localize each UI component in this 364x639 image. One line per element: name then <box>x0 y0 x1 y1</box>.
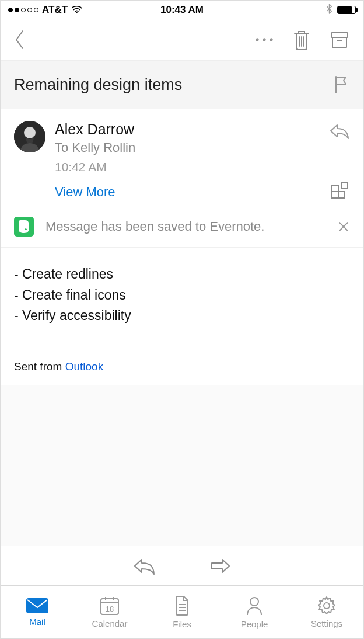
back-button[interactable] <box>14 29 26 50</box>
body-line: - Create redlines <box>14 264 350 285</box>
status-right <box>326 4 356 17</box>
tab-calendar[interactable]: 18 Calendar <box>74 586 146 638</box>
bluetooth-icon <box>326 4 332 17</box>
svg-point-6 <box>24 127 36 138</box>
status-left: AT&T <box>8 4 82 16</box>
wifi-icon <box>71 6 82 14</box>
tab-label: Files <box>173 619 191 629</box>
evernote-icon <box>14 217 34 237</box>
signature-prefix: Sent from <box>14 360 65 373</box>
svg-point-3 <box>270 38 272 40</box>
nav-toolbar <box>1 19 363 61</box>
svg-point-1 <box>256 38 258 40</box>
email-subject: Remaining design items <box>14 76 182 94</box>
tab-label: People <box>241 619 268 629</box>
svg-text:18: 18 <box>106 605 114 613</box>
banner-text: Message has been saved to Evernote. <box>46 219 326 234</box>
more-options-button[interactable] <box>254 37 274 43</box>
archive-button[interactable] <box>329 29 350 50</box>
empty-area <box>1 385 363 546</box>
svg-point-15 <box>324 603 330 609</box>
subject-bar: Remaining design items <box>1 61 363 109</box>
tab-label: Calendar <box>92 619 128 628</box>
body-line: - Create final icons <box>14 285 350 306</box>
tab-bar: Mail 18 Calendar Files People Settings <box>1 585 363 638</box>
reply-toolbar <box>1 546 363 585</box>
svg-point-14 <box>250 598 258 606</box>
trash-button[interactable] <box>292 29 312 51</box>
svg-rect-4 <box>331 33 348 37</box>
svg-rect-9 <box>338 192 345 198</box>
view-more-link[interactable]: View More <box>55 185 329 200</box>
message-body: - Create redlines - Create final icons -… <box>1 248 363 343</box>
message-time: 10:42 AM <box>55 160 329 174</box>
svg-rect-11 <box>27 599 48 613</box>
tab-files[interactable]: Files <box>146 586 218 638</box>
reply-all-button[interactable] <box>132 557 156 575</box>
addin-button[interactable] <box>330 180 350 200</box>
recipient-line[interactable]: To Kelly Rollin <box>55 140 329 155</box>
signature-link[interactable]: Outlook <box>65 360 103 373</box>
status-bar: AT&T 10:43 AM <box>1 1 363 19</box>
evernote-banner: Message has been saved to Evernote. <box>1 206 363 248</box>
sender-name[interactable]: Alex Darrow <box>55 121 329 138</box>
tab-mail[interactable]: Mail <box>1 586 74 638</box>
svg-rect-8 <box>332 192 338 198</box>
tab-settings[interactable]: Settings <box>290 586 363 638</box>
svg-point-0 <box>76 12 77 13</box>
body-line: - Verify accessibility <box>14 305 350 327</box>
battery-icon <box>337 6 356 14</box>
tab-people[interactable]: People <box>218 586 290 638</box>
sender-avatar[interactable] <box>14 121 46 152</box>
reply-button[interactable] <box>329 123 350 140</box>
tab-label: Mail <box>29 617 46 627</box>
signature: Sent from Outlook <box>1 343 363 385</box>
app-screen: AT&T 10:43 AM <box>0 0 364 639</box>
signal-strength-icon <box>8 8 38 12</box>
tab-label: Settings <box>311 619 342 628</box>
svg-rect-10 <box>341 182 348 189</box>
svg-rect-7 <box>332 185 338 192</box>
message-header: Alex Darrow To Kelly Rollin 10:42 AM Vie… <box>1 109 363 206</box>
flag-button[interactable] <box>332 75 350 95</box>
banner-close-button[interactable] <box>337 220 350 233</box>
svg-point-2 <box>263 38 265 40</box>
forward-button[interactable] <box>208 557 232 575</box>
carrier-label: AT&T <box>42 4 68 16</box>
